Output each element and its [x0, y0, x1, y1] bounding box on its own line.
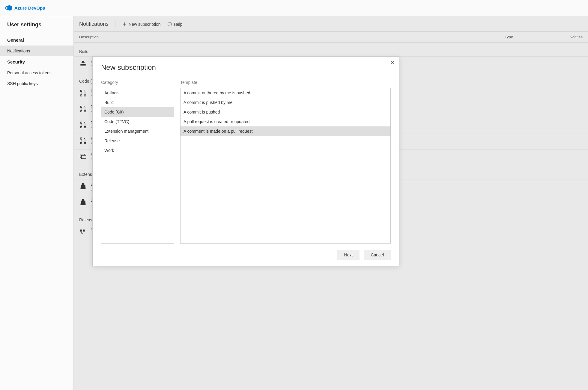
main-content: Notifications New subscription ? Help De… — [74, 16, 588, 390]
page-title: Notifications — [79, 21, 115, 27]
category-item[interactable]: Release — [101, 136, 174, 146]
pull-request-icon — [79, 105, 87, 113]
category-item[interactable]: Code (Git) — [101, 107, 174, 117]
svg-point-12 — [80, 142, 82, 144]
top-header: Azure DevOps — [0, 0, 588, 16]
svg-point-10 — [84, 126, 86, 128]
help-icon: ? — [167, 22, 172, 27]
release-icon — [79, 228, 87, 236]
svg-point-5 — [80, 106, 82, 108]
col-notifies: Notifies — [556, 35, 583, 39]
pull-request-icon — [79, 89, 87, 97]
cancel-button[interactable]: Cancel — [364, 250, 391, 260]
close-button[interactable] — [390, 60, 395, 66]
sidebar-section-security[interactable]: Security — [0, 56, 73, 67]
sidebar-section-general[interactable]: General — [0, 34, 73, 46]
svg-point-6 — [80, 111, 82, 112]
template-item[interactable]: A commit is pushed — [181, 107, 390, 117]
svg-point-3 — [80, 95, 82, 96]
svg-rect-16 — [80, 229, 82, 232]
template-item[interactable]: A comment is made on a pull request — [181, 126, 390, 136]
new-subscription-label: New subscription — [129, 22, 161, 27]
comment-icon — [79, 153, 87, 161]
nav-personal-access-tokens[interactable]: Personal access tokens — [0, 67, 73, 78]
category-item[interactable]: Build — [101, 98, 174, 107]
category-list: ArtifactsBuildCode (Git)Code (TFVC)Exten… — [101, 88, 174, 244]
svg-point-9 — [80, 126, 82, 128]
sidebar: User settings General Notifications Secu… — [0, 16, 74, 390]
bag-icon — [79, 198, 87, 206]
category-item[interactable]: Code (TFVC) — [101, 117, 174, 126]
template-item[interactable]: A pull request is created or updated — [181, 117, 390, 126]
svg-rect-15 — [82, 155, 86, 159]
dialog-footer: Next Cancel — [101, 244, 391, 260]
product-name: Azure DevOps — [14, 5, 45, 10]
bag-icon — [79, 182, 87, 190]
template-item[interactable]: A commit is pushed by me — [181, 98, 390, 107]
help-label: Help — [174, 22, 183, 27]
build-icon — [79, 60, 87, 67]
new-subscription-dialog: New subscription Category ArtifactsBuild… — [92, 56, 399, 266]
category-column: Category ArtifactsBuildCode (Git)Code (T… — [101, 80, 174, 244]
main-layout: User settings General Notifications Secu… — [0, 16, 588, 390]
svg-point-11 — [80, 138, 82, 139]
nav-ssh-public-keys[interactable]: SSH public keys — [0, 78, 73, 89]
svg-point-7 — [84, 111, 86, 112]
new-subscription-button[interactable]: New subscription — [122, 22, 161, 27]
template-list: A commit authored by me is pushedA commi… — [180, 88, 391, 244]
dialog-title: New subscription — [101, 63, 391, 72]
category-item[interactable]: Extension management — [101, 126, 174, 136]
help-button[interactable]: ? Help — [167, 22, 183, 27]
svg-point-8 — [80, 122, 82, 123]
azure-devops-icon — [5, 5, 12, 11]
category-item[interactable]: Work — [101, 146, 174, 155]
content-header: Notifications New subscription ? Help — [74, 16, 588, 31]
pull-request-icon — [79, 137, 87, 145]
template-item[interactable]: A commit authored by me is pushed — [181, 88, 390, 98]
nav-notifications[interactable]: Notifications — [0, 46, 73, 56]
table-header: Description Type Notifies — [74, 31, 588, 43]
close-icon — [390, 60, 395, 65]
col-description: Description — [79, 35, 505, 39]
svg-text:?: ? — [169, 23, 170, 26]
template-column: Template A commit authored by me is push… — [180, 80, 391, 244]
category-label: Category — [101, 80, 174, 85]
plus-icon — [122, 22, 127, 27]
svg-point-4 — [84, 95, 86, 96]
svg-point-13 — [84, 142, 86, 144]
svg-point-2 — [80, 90, 82, 92]
col-type: Type — [505, 35, 556, 39]
dialog-body: Category ArtifactsBuildCode (Git)Code (T… — [101, 80, 391, 244]
pull-request-icon — [79, 121, 87, 129]
template-label: Template — [180, 80, 391, 85]
group-build-label: Build — [74, 43, 588, 56]
next-button[interactable]: Next — [337, 250, 360, 260]
product-logo[interactable]: Azure DevOps — [5, 5, 45, 11]
category-item[interactable]: Artifacts — [101, 88, 174, 98]
svg-rect-17 — [83, 229, 85, 232]
sidebar-title: User settings — [0, 22, 73, 34]
